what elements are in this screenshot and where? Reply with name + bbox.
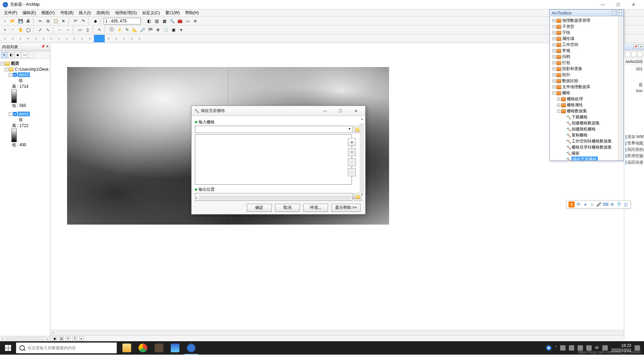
expand-icon[interactable]: + <box>552 25 555 28</box>
expand-icon[interactable]: + <box>552 49 555 52</box>
window-close-button[interactable]: ✕ <box>626 0 641 9</box>
editor-toolbar-icon[interactable]: ◧ <box>145 17 153 25</box>
taskbar-app-arcmap[interactable] <box>183 341 199 355</box>
toolbox-tool[interactable]: 🔨工作空间转栅格数据集 <box>550 138 618 144</box>
ime-toolbox-icon[interactable]: ◫ <box>623 202 628 207</box>
show-help-button[interactable]: 显示帮助 >> <box>331 204 361 212</box>
effects-icon[interactable]: ▫ <box>63 35 70 42</box>
toolbox-tool[interactable]: 🔨栅格目录转栅格数据集 <box>550 144 618 150</box>
effects-icon[interactable]: ▫ <box>71 35 78 42</box>
expand-icon[interactable]: + <box>552 67 555 70</box>
list-by-visibility-icon[interactable]: ◆ <box>15 52 21 58</box>
arctoolbox-icon[interactable]: 🧰 <box>176 17 183 25</box>
remove-item-button[interactable]: ✕ <box>348 148 356 156</box>
toolbox-tool[interactable]: 🔨下载栅格 <box>550 114 618 120</box>
expand-icon[interactable]: + <box>552 31 555 34</box>
panel-close-icon[interactable]: ✕ <box>639 44 643 49</box>
sogou-ime-icon[interactable]: S <box>569 201 575 207</box>
effects-icon[interactable]: ▫ <box>24 35 32 42</box>
input-raster-combo[interactable]: ▼ <box>195 126 353 133</box>
toolbox-tool[interactable]: 🔨创建随机栅格 <box>550 126 618 132</box>
menu-item[interactable]: 地理处理(G) <box>112 9 140 16</box>
arctoolbox-tree[interactable]: +地理数据库管理+子类型+字段+属性域+工作空间+常规+归档+打包+投影和变换+… <box>550 16 618 161</box>
expand-icon[interactable]: + <box>552 73 555 76</box>
expand-icon[interactable]: − <box>552 92 555 95</box>
zoom-out-icon[interactable]: － <box>9 26 16 34</box>
tray-icon[interactable] <box>560 345 566 351</box>
layout-view-icon[interactable]: ▤ <box>59 336 64 341</box>
menu-item[interactable]: 文件(F) <box>1 9 20 16</box>
forward-extent-icon[interactable]: → <box>64 26 71 34</box>
effects-icon[interactable]: ▫ <box>136 35 143 42</box>
toolbox-toolset[interactable]: +属性域 <box>550 36 618 42</box>
move-down-button[interactable]: ↓ <box>348 168 356 176</box>
toolbox-tool[interactable]: 🔨镶嵌至新栅格 <box>550 157 618 161</box>
data-view-icon[interactable]: ▣ <box>52 336 57 341</box>
expand-icon[interactable]: + <box>552 55 555 58</box>
expand-icon[interactable]: − <box>557 110 560 113</box>
catalog-item[interactable]: 追踪连接 <box>626 159 643 166</box>
print-icon[interactable]: 🖶 <box>24 17 32 25</box>
scroll-track[interactable] <box>56 330 633 335</box>
list-item[interactable]: 001 <box>626 66 643 72</box>
menu-item[interactable]: 自定义(C) <box>140 9 163 16</box>
expand-icon[interactable]: + <box>557 104 560 107</box>
catalog-item[interactable]: 世界地图_wms111，在 support.supermap.con <box>626 140 643 146</box>
panel-pin-icon[interactable]: 📌 <box>633 44 638 49</box>
effects-icon[interactable]: ▫ <box>86 35 94 42</box>
hyperlink-icon[interactable]: ⚡ <box>116 26 123 34</box>
start-button[interactable] <box>0 341 16 355</box>
ime-lang-icon[interactable]: 中 <box>576 202 581 207</box>
effects-icon[interactable]: ▫ <box>55 35 63 42</box>
effects-icon[interactable]: ▫ <box>1 35 9 42</box>
scroll-down-icon[interactable]: ˅ <box>359 193 365 199</box>
add-item-button[interactable]: ＋ <box>348 138 356 146</box>
toolbox-tool[interactable]: 🔨复制栅格 <box>550 132 618 138</box>
dialog-maximize-button[interactable]: ☐ <box>334 107 347 115</box>
catalog-icon[interactable]: ▦ <box>161 17 168 25</box>
time-slider-icon[interactable]: 🕓 <box>162 26 169 34</box>
expand-icon[interactable]: − <box>9 73 12 77</box>
effects-icon[interactable]: ▫ <box>78 35 86 42</box>
expand-icon[interactable]: + <box>552 19 555 22</box>
effects-icon[interactable]: ▫ <box>17 35 24 42</box>
copy-icon[interactable]: ⧉ <box>44 17 52 25</box>
scroll-left-icon[interactable]: ‹ <box>194 195 199 200</box>
environments-button[interactable]: 环境... <box>303 204 328 212</box>
expand-icon[interactable]: − <box>9 112 12 116</box>
scroll-track[interactable] <box>5 337 45 341</box>
move-up-button[interactable]: ↑ <box>348 158 356 166</box>
toolbox-toolset[interactable]: +常规 <box>550 48 618 54</box>
tray-expand-icon[interactable]: ˄ <box>555 346 557 350</box>
window-minimize-button[interactable]: — <box>595 0 610 9</box>
pan-icon[interactable]: ✋ <box>17 26 24 34</box>
dialog-hscrollbar[interactable]: ‹ › <box>194 195 356 200</box>
list-by-selection-icon[interactable]: ▭ <box>21 52 28 58</box>
toc-icon[interactable]: ▤ <box>153 17 160 25</box>
effects-icon[interactable]: ▫ <box>48 35 55 42</box>
redo-icon[interactable]: ↷ <box>79 17 87 25</box>
layer-visibility-checkbox[interactable] <box>13 73 17 77</box>
expand-icon[interactable]: − <box>1 62 4 65</box>
taskbar-app-generic[interactable] <box>151 341 167 355</box>
ime-punct-icon[interactable]: ● <box>583 202 588 207</box>
toolbox-toolset[interactable]: +子类型 <box>550 24 618 30</box>
menu-item[interactable]: 插入(I) <box>76 9 93 16</box>
catalog-item[interactable]: 即用型服务 <box>626 153 643 159</box>
list-item[interactable]: hon <box>626 88 643 94</box>
undo-icon[interactable]: ↶ <box>72 17 79 25</box>
menu-item[interactable]: 帮助(H) <box>182 9 202 16</box>
toolbox-toolset[interactable]: +拓扑 <box>550 72 618 78</box>
expand-icon[interactable]: + <box>552 43 555 46</box>
zoom-in-icon[interactable]: ＋ <box>1 26 9 34</box>
dialog-close-button[interactable]: ✕ <box>349 107 363 115</box>
toolbox-toolset[interactable]: +归档 <box>550 54 618 60</box>
taskbar-app-photos[interactable] <box>167 341 183 355</box>
measure-icon[interactable]: 📐 <box>131 26 139 34</box>
window-maximize-button[interactable]: ☐ <box>610 0 626 9</box>
toolbox-tool[interactable]: 🔨镶嵌 <box>550 150 618 157</box>
add-data-icon[interactable]: ◆ <box>92 17 99 25</box>
menu-item[interactable]: 编辑(E) <box>20 9 39 16</box>
fixed-zoom-in-icon[interactable]: ⤢ <box>37 26 44 34</box>
catalog-address[interactable]: is\ArcGIS <box>624 58 644 65</box>
